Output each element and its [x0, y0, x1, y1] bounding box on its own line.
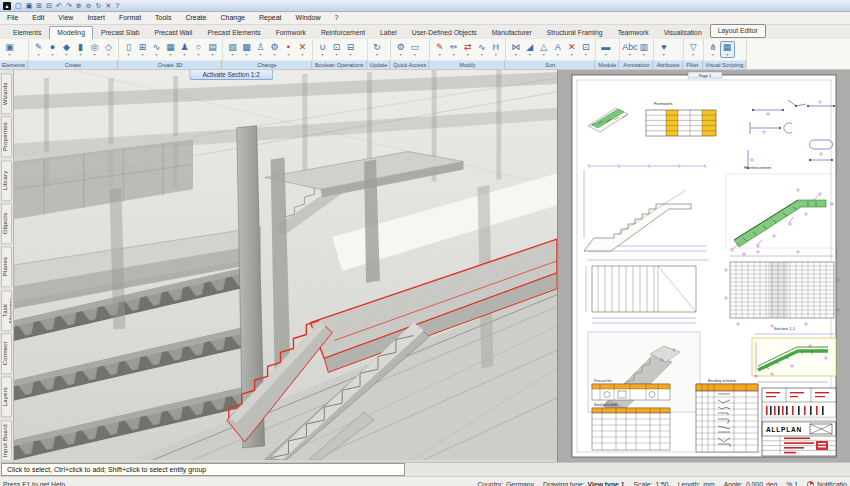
hblock-icon[interactable]: H — [489, 42, 502, 57]
redo-icon[interactable]: ↷ — [66, 1, 72, 10]
subtract-icon[interactable]: ⊟ — [344, 42, 357, 57]
menu-item-repeat[interactable]: Repeat — [252, 12, 289, 24]
curve-icon[interactable]: ∿ — [150, 42, 163, 57]
menu-item-edit[interactable]: Edit — [25, 12, 51, 24]
erase-icon[interactable]: ✕ — [296, 42, 309, 57]
status-drawing-type[interactable]: Drawing type: View type 1 — [543, 481, 624, 486]
palette-tab-input-board[interactable]: Input Board — [1, 420, 12, 461]
delx-icon[interactable]: ✕ — [565, 42, 578, 57]
funnel-icon[interactable]: ▽ — [687, 42, 700, 57]
figure-icon[interactable]: ♟ — [178, 42, 191, 57]
tab-structural-framing[interactable]: Structural Framing — [540, 27, 610, 39]
palette-tab-connect[interactable]: Connect — [1, 333, 12, 374]
viewport-title[interactable]: Activate Section 1:2 — [189, 70, 272, 80]
menu-item-change[interactable]: Change — [213, 12, 252, 24]
sphere-icon[interactable]: ● — [46, 42, 59, 57]
layout-sheet[interactable]: Page 1 Formwork — [558, 70, 850, 462]
layout-editor-panel[interactable]: Page 1 Formwork — [557, 70, 850, 462]
palette-tab-wizards[interactable]: Wizards — [1, 73, 12, 114]
menu-item-format[interactable]: Format — [112, 12, 148, 24]
palette-tab-properties[interactable]: Properties — [1, 116, 12, 157]
column-icon[interactable]: ▯ — [122, 42, 135, 57]
abc-icon[interactable]: Abc — [623, 42, 636, 57]
ball-icon[interactable]: ○ — [192, 42, 205, 57]
palette-tab-layers[interactable]: Layers — [1, 376, 12, 417]
nodes-icon[interactable]: ⋔ — [707, 42, 720, 57]
new-icon[interactable]: ▢ — [15, 1, 22, 10]
tab-layout-editor[interactable]: Layout Editor — [710, 24, 766, 38]
tab-formwork[interactable]: Formwork — [269, 27, 313, 39]
polyline-icon[interactable]: ∿ — [475, 42, 488, 57]
pen-icon[interactable]: ✎ — [32, 42, 45, 57]
tri-icon[interactable]: △ — [537, 42, 550, 57]
menu-item-window[interactable]: Window — [289, 12, 328, 24]
palette-tab-planes[interactable]: Planes — [1, 246, 12, 287]
menu-item-tools[interactable]: Tools — [148, 12, 178, 24]
cube-icon[interactable]: ⊞ — [136, 42, 149, 57]
undo-icon[interactable]: ↶ — [56, 1, 62, 10]
menu-item-create[interactable]: Create — [178, 12, 213, 24]
script-icon[interactable]: ▦ — [721, 42, 734, 57]
menu-item-file[interactable]: File — [0, 12, 25, 24]
palette-tab-objects[interactable]: Objects — [1, 203, 12, 244]
swap-icon[interactable]: ⇄ — [461, 42, 474, 57]
tab-visualisation[interactable]: Visualisation — [657, 27, 709, 39]
open-icon[interactable]: ▣ — [26, 1, 33, 10]
zoom-icon[interactable]: ⊕ — [76, 1, 82, 10]
screen-icon[interactable]: ▭ — [408, 42, 421, 57]
menu-item-insert[interactable]: Insert — [80, 12, 112, 24]
mesh-icon[interactable]: ▦ — [164, 42, 177, 57]
tab-elements[interactable]: Elements — [6, 27, 48, 39]
palette-tab-task-manager[interactable]: Task Manager — [1, 290, 12, 331]
palette-tab-library[interactable]: Library — [1, 160, 12, 201]
print-icon[interactable]: ⊟ — [46, 1, 52, 10]
shell-icon[interactable]: ▧ — [226, 42, 239, 57]
tab-user-defined-objects[interactable]: User-Defined Objects — [405, 27, 484, 39]
tools-icon[interactable]: ⚙ — [268, 42, 281, 57]
pan-icon[interactable]: ⊖ — [86, 1, 92, 10]
copy-icon[interactable]: ⊡ — [579, 42, 592, 57]
refresh-icon[interactable]: ↻ — [96, 1, 102, 10]
status-length[interactable]: Length: mm — [678, 481, 715, 486]
user-icon[interactable]: ♙ — [254, 42, 267, 57]
delete-icon[interactable]: ✕ — [105, 1, 111, 10]
tab-precast-wall[interactable]: Precast Wall — [147, 27, 199, 39]
status-angle[interactable]: Angle: 0.000 deg — [724, 481, 778, 486]
griddoc-icon[interactable]: ▥ — [637, 42, 650, 57]
tab-precast-elements[interactable]: Precast Elements — [200, 27, 267, 39]
scene-3d[interactable] — [14, 70, 557, 460]
model-icon[interactable]: ▣ — [3, 42, 16, 57]
lettera-icon[interactable]: A — [551, 42, 564, 57]
help-icon[interactable]: ? — [115, 1, 119, 10]
tab-modeling[interactable]: Modeling — [49, 26, 93, 39]
mirror-icon[interactable]: ⋈ — [509, 42, 522, 57]
tab-teamwork[interactable]: Teamwork — [611, 27, 656, 39]
union-icon[interactable]: ∪ — [316, 42, 329, 57]
wheel-icon[interactable]: ⚙ — [394, 42, 407, 57]
tab-manufacturer[interactable]: Manufacturer — [485, 27, 539, 39]
minus-icon[interactable]: ▬ — [599, 42, 612, 57]
status-scale[interactable]: Scale: 1:50 — [634, 481, 669, 486]
point-icon[interactable]: • — [282, 42, 295, 57]
status-notifications[interactable]: Notifications — [807, 481, 847, 486]
status-zoom[interactable]: % 1 — [786, 481, 798, 486]
boxes-icon[interactable]: ▩ — [240, 42, 253, 57]
redpen-icon[interactable]: ✎ — [433, 42, 446, 57]
tab-reinforcement[interactable]: Reinforcement — [314, 27, 372, 39]
stamp-icon[interactable]: ◆ — [60, 42, 73, 57]
polygon-icon[interactable]: ◇ — [102, 42, 115, 57]
pencil-icon[interactable]: ✏ — [447, 42, 460, 57]
save-icon[interactable]: ⊞ — [36, 1, 42, 10]
chart-icon[interactable]: ▤ — [206, 42, 219, 57]
torus-icon[interactable]: ◎ — [88, 42, 101, 57]
heart-icon[interactable]: ♥ — [657, 42, 670, 57]
menu-item-[interactable]: ? — [327, 12, 345, 24]
viewport-3d[interactable]: Activate Section 1:2 — [14, 70, 557, 462]
tab-label[interactable]: Label — [373, 27, 404, 39]
menu-item-view[interactable]: View — [51, 12, 80, 24]
update-icon[interactable]: ↻ — [371, 42, 384, 57]
ramp-icon[interactable]: ◢ — [523, 42, 536, 57]
cylinder-icon[interactable]: ▮ — [74, 42, 87, 57]
tab-precast-slab[interactable]: Precast Slab — [94, 27, 147, 39]
copy-icon[interactable]: ⊡ — [330, 42, 343, 57]
